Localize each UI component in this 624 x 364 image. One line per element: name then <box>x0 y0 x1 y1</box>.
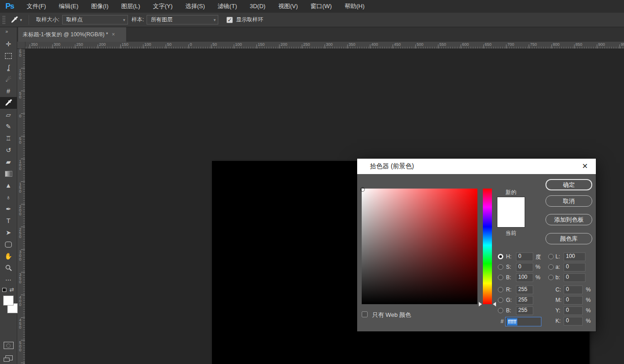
shape-tool[interactable] <box>0 238 17 250</box>
crop-tool[interactable]: # <box>0 85 17 97</box>
show-sampling-ring-label: 显示取样环 <box>236 16 263 24</box>
ruler-origin-box[interactable] <box>17 42 25 49</box>
menu-edit[interactable]: 编辑(E) <box>52 0 84 13</box>
hex-input[interactable]: ffffff <box>505 317 541 326</box>
brush-tool[interactable]: ✎ <box>0 121 17 132</box>
eyedropper-tool[interactable] <box>0 97 17 109</box>
field-c-input[interactable]: 0 <box>564 286 583 294</box>
sample-size-value: 取样点 <box>66 16 83 24</box>
ruler-label: 850 <box>575 42 582 47</box>
menu-bar-items: 文件(F)编辑(E)图像(I)图层(L)文字(Y)选择(S)滤镜(T)3D(D)… <box>20 0 371 13</box>
field-m-label: M: <box>555 297 561 303</box>
quick-selection-tool[interactable]: ☄ <box>0 73 17 85</box>
quick-mask-button[interactable] <box>4 342 14 349</box>
field-a: a:0 <box>357 263 596 272</box>
clone-stamp-tool[interactable]: ♖ <box>0 132 17 144</box>
menu-image[interactable]: 图像(I) <box>85 0 115 13</box>
color-field-cursor[interactable] <box>360 187 365 192</box>
ruler-label: 500 <box>417 42 423 47</box>
field-y-unit: % <box>586 307 591 314</box>
spot-healing-brush-tool[interactable]: ▱ <box>0 109 17 121</box>
ruler-label: 400 <box>371 42 378 47</box>
menu-view[interactable]: 视图(V) <box>272 0 304 13</box>
menu-file[interactable]: 文件(F) <box>20 0 53 13</box>
ruler-label: 250 <box>303 42 310 47</box>
swap-colors-icon[interactable]: ⇄ <box>10 286 14 293</box>
field-m-input[interactable]: 0 <box>564 296 583 305</box>
field-y-input[interactable]: 0 <box>564 306 583 315</box>
menu-select[interactable]: 选择(S) <box>179 0 211 13</box>
zoom-tool[interactable] <box>0 262 17 274</box>
rectangular-marquee-tool[interactable] <box>0 50 17 62</box>
photoshop-logo: Ps <box>5 2 14 11</box>
field-lab-b-input[interactable]: 0 <box>564 273 585 282</box>
color-libraries-button[interactable]: 颜色库 <box>545 233 592 244</box>
pen-tool[interactable]: ✒ <box>0 203 17 215</box>
path-selection-tool[interactable]: ➤ <box>0 227 17 238</box>
ruler-label: 150 <box>122 42 128 47</box>
ruler-label: 5 0 <box>19 92 21 99</box>
hex-label: # <box>501 318 504 325</box>
options-bar-grip[interactable] <box>2 16 5 24</box>
document-tab[interactable]: 未标题-1-恢复的 @ 100%(RGB/8) * × <box>18 27 126 42</box>
menu-type[interactable]: 文字(Y) <box>147 0 179 13</box>
field-a-input[interactable]: 0 <box>564 263 585 272</box>
chevron-down-icon: ▾ <box>123 18 125 22</box>
screen-mode-button[interactable] <box>4 355 14 363</box>
history-brush-tool[interactable]: ↺ <box>0 144 17 156</box>
foreground-color-swatch[interactable] <box>3 296 14 306</box>
field-m-unit: % <box>586 297 591 303</box>
blur-tool[interactable]: ▲ <box>0 180 17 191</box>
hand-tool[interactable]: ✋ <box>0 250 17 262</box>
eyedropper-icon <box>11 16 18 24</box>
web-colors-only-checkbox[interactable] <box>362 311 368 317</box>
add-to-swatches-button[interactable]: 添加到色板 <box>545 214 592 225</box>
current-color-label: 当前 <box>497 229 525 237</box>
ruler-label: 1 5 0 <box>19 49 21 57</box>
ruler-label: 50 <box>212 42 217 47</box>
ruler-label: 1 0 0 <box>19 160 21 170</box>
field-l-input[interactable]: 100 <box>564 252 585 261</box>
sample-size-dropdown[interactable]: 取样点 ▾ <box>62 15 128 24</box>
menu-3d[interactable]: 3D(D) <box>243 0 272 13</box>
vertical-ruler[interactable]: 1 5 01 0 05 005 01 0 01 5 02 0 02 5 03 0… <box>17 49 25 364</box>
dialog-close-icon[interactable]: ✕ <box>580 162 590 171</box>
tab-close-icon[interactable]: × <box>112 31 115 38</box>
hex-value: ffffff <box>507 318 517 325</box>
field-l-radio[interactable] <box>548 254 554 259</box>
menu-layer[interactable]: 图层(L) <box>115 0 147 13</box>
menu-help[interactable]: 帮助(H) <box>338 0 371 13</box>
sample-dropdown[interactable]: 所有图层 ▾ <box>147 15 218 24</box>
sample-size-label: 取样大小: <box>36 16 59 24</box>
cancel-button[interactable]: 取消 <box>545 195 592 207</box>
edit-toolbar-button[interactable]: ⋯ <box>0 274 17 286</box>
new-current-color-swatch <box>497 197 525 228</box>
ok-button[interactable]: 确定 <box>545 179 592 190</box>
menu-window[interactable]: 窗口(W) <box>304 0 338 13</box>
eyedropper-tool-preset[interactable]: ▾ <box>11 16 22 24</box>
ruler-label: 200 <box>280 42 287 47</box>
photoshop-window: Ps 文件(F)编辑(E)图像(I)图层(L)文字(Y)选择(S)滤镜(T)3D… <box>0 0 624 364</box>
ruler-label: 300 <box>326 42 333 47</box>
type-tool[interactable]: T <box>0 215 17 227</box>
color-picker-dialog: 拾色器 (前景色) ✕ 新的 当前 确定 取消 添加到色板 颜色库 H:0度S:… <box>357 159 596 331</box>
ruler-label: 600 <box>462 42 469 47</box>
default-colors-icon[interactable] <box>2 288 6 292</box>
field-a-radio[interactable] <box>548 264 554 270</box>
dodge-tool[interactable]: ♁ <box>0 191 17 203</box>
show-sampling-ring-checkbox[interactable]: ✓ <box>226 17 233 23</box>
field-m: M:0% <box>357 296 596 305</box>
menu-filter[interactable]: 滤镜(T) <box>211 0 244 13</box>
toolbar-collapse-button[interactable]: » <box>0 27 17 38</box>
gradient-tool[interactable] <box>0 168 17 180</box>
lasso-tool[interactable]: ʆ <box>0 62 17 73</box>
dialog-title-bar[interactable]: 拾色器 (前景色) ✕ <box>357 159 596 174</box>
field-y-label: Y: <box>555 307 560 314</box>
field-lab-b-radio[interactable] <box>548 275 554 280</box>
horizontal-ruler[interactable]: 3503002502001501005005010015020025030035… <box>17 42 624 49</box>
field-k-input[interactable]: 0 <box>564 317 583 325</box>
magnifier-icon <box>5 264 12 272</box>
chevron-down-icon: ▾ <box>20 18 22 22</box>
move-tool[interactable]: ✛ <box>0 38 17 50</box>
eraser-tool[interactable]: ▰ <box>0 156 17 168</box>
